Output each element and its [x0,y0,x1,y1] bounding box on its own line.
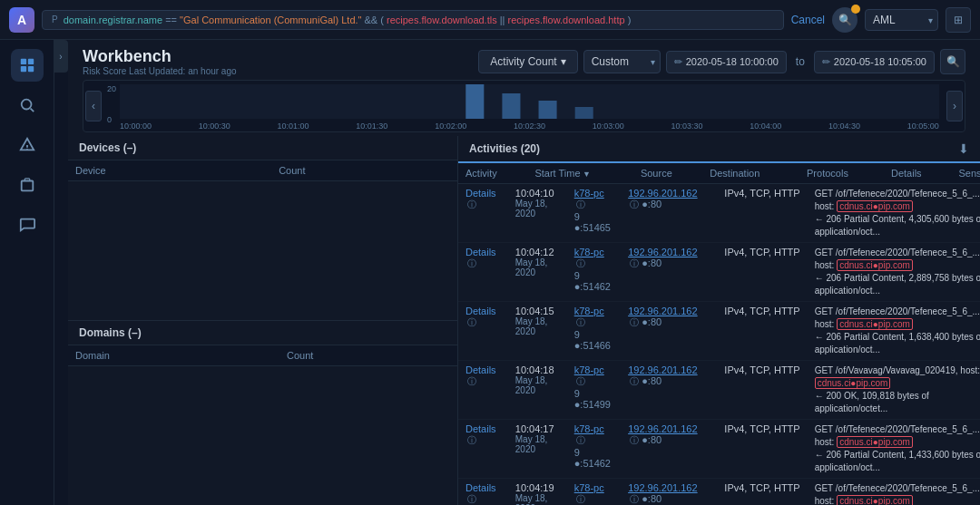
source-info-icon[interactable]: ⓘ [576,376,585,386]
info-icon[interactable]: ⓘ [467,199,476,209]
details-link[interactable]: Details [466,423,496,434]
dest-link[interactable]: 192.96.201.162 [628,306,697,316]
sidebar-item-messages[interactable] [11,209,44,241]
info-icon[interactable]: ⓘ [467,376,476,386]
svg-rect-0 [20,59,25,64]
cell-details: GET /of/Tefenece/2020/Tefenece_5_6_... h… [808,184,980,243]
cell-details: GET /of/Tefenece/2020/Tefenece_5_6_... h… [808,243,980,302]
details-link[interactable]: Details [466,247,496,257]
cell-protocols: IPv4, TCP, HTTP [717,302,807,361]
cell-activity: Details ⓘ [458,420,508,479]
notification-badge [851,5,860,14]
details-link[interactable]: Details [466,364,496,375]
cell-time: 10:04:18 May 18, 2020 [508,361,567,420]
details-link[interactable]: Details [466,482,496,493]
cancel-button[interactable]: Cancel [791,14,825,26]
svg-rect-10 [466,84,484,119]
query-type-icon: P [52,15,58,24]
chart-svg [120,84,939,119]
dest-info-icon[interactable]: ⓘ [630,317,639,327]
cell-source: k78-pc ⓘ 9 ●:51466 [567,302,621,361]
dest-info-icon[interactable]: ⓘ [630,376,639,386]
cell-details: GET /of/Tefenece/2020/Tefenece_5_6_... h… [808,302,980,361]
chart-next-button[interactable]: › [946,91,963,121]
workbench-search-button[interactable]: 🔍 [940,49,965,74]
workbench-header: Workbench Risk Score Last Updated: an ho… [68,40,980,80]
sidebar-toggle[interactable]: › [54,40,68,73]
cell-protocols: IPv4, TCP, HTTP [717,420,807,479]
mode-select[interactable]: AML Standard [865,9,938,31]
cell-dest: 192.96.201.162 ⓘ ●:80 [621,302,717,361]
dest-link[interactable]: 192.96.201.162 [628,482,697,493]
main-layout: › Workbench Risk Score Last Updated: an … [0,40,980,505]
svg-rect-9 [120,84,939,119]
dest-info-icon[interactable]: ⓘ [630,494,639,504]
col-start-time: Start Time [527,163,633,184]
cell-dest: 192.96.201.162 ⓘ ●:80 [621,479,717,506]
source-link[interactable]: k78-pc [574,482,604,493]
top-bar: A P domain.registrar.name == "Gal Commun… [0,0,980,40]
activities-table-header-wrap: Activity Start Time Source Destination P… [458,163,980,184]
dest-link[interactable]: 192.96.201.162 [628,364,697,375]
info-icon[interactable]: ⓘ [467,317,476,327]
dest-info-icon[interactable]: ⓘ [630,435,639,445]
source-link[interactable]: k78-pc [574,306,604,316]
info-icon[interactable]: ⓘ [467,435,476,445]
source-link[interactable]: k78-pc [574,423,604,434]
sidebar-item-workbench[interactable] [11,49,44,82]
tables-area: Devices (–) Device Count [68,136,980,505]
cell-time: 10:04:19 May 18, 2020 [508,479,567,506]
cell-activity: Details ⓘ [458,479,508,506]
cell-activity: Details ⓘ [458,184,508,243]
source-link[interactable]: k78-pc [574,364,604,375]
activities-scroll[interactable]: Details ⓘ 10:04:10 May 18, 2020 k78-pc ⓘ… [458,184,980,505]
source-info-icon[interactable]: ⓘ [576,258,585,268]
dest-link[interactable]: 192.96.201.162 [628,188,697,199]
date-to-input[interactable]: ✏ 2020-05-18 10:05:00 [814,51,935,73]
search-button[interactable]: 🔍 [832,7,858,33]
source-info-icon[interactable]: ⓘ [576,199,585,209]
dest-info-icon[interactable]: ⓘ [630,199,639,209]
svg-rect-12 [539,101,557,119]
download-button[interactable]: ⬇ [958,141,969,156]
dest-link[interactable]: 192.96.201.162 [628,423,697,434]
col-activity: Activity [458,163,527,184]
source-info-icon[interactable]: ⓘ [576,435,585,445]
table-row: Details ⓘ 10:04:10 May 18, 2020 k78-pc ⓘ… [458,184,980,243]
workbench-subtitle: Risk Score Last Updated: an hour ago [83,66,237,76]
source-info-icon[interactable]: ⓘ [576,317,585,327]
query-text: domain.registrar.name == "Gal Communicat… [64,15,632,25]
sidebar-item-search[interactable] [11,89,44,121]
dest-link[interactable]: 192.96.201.162 [628,247,697,257]
cell-source: k78-pc ⓘ 9 ●:51462 [567,420,621,479]
activity-count-button[interactable]: Activity Count ▾ [478,50,577,73]
cell-protocols: IPv4, TCP, HTTP [717,361,807,420]
info-icon[interactable]: ⓘ [467,258,476,268]
cell-protocols: IPv4, TCP, HTTP [717,479,807,506]
dest-info-icon[interactable]: ⓘ [630,258,639,268]
date-separator: to [796,55,805,68]
source-link[interactable]: k78-pc [574,247,604,257]
svg-point-7 [26,149,27,150]
svg-line-5 [30,109,34,112]
cell-source: k78-pc ⓘ 9 ●:51462 [567,243,621,302]
time-range-select[interactable]: CustomLast HourLast 24h [583,50,661,73]
source-info-icon[interactable]: ⓘ [576,494,585,504]
date-from-input[interactable]: ✏ 2020-05-18 10:00:00 [666,51,787,73]
cell-dest: 192.96.201.162 ⓘ ●:80 [621,361,717,420]
details-link[interactable]: Details [466,306,496,316]
chart-prev-button[interactable]: ‹ [85,91,102,121]
info-icon[interactable]: ⓘ [467,494,476,504]
devices-col-device: Device [68,160,271,181]
details-link[interactable]: Details [466,188,496,199]
activities-panel-header: Activities (20) ⬇ [458,136,980,163]
cell-time: 10:04:10 May 18, 2020 [508,184,567,243]
workbench-title: Workbench [83,47,237,66]
sidebar-item-alerts[interactable] [11,129,44,161]
devices-table: Device Count [68,160,457,181]
sidebar-item-cases[interactable] [11,169,44,201]
cell-time: 10:04:12 May 18, 2020 [508,243,567,302]
settings-button[interactable]: ⊞ [946,7,971,33]
source-link[interactable]: k78-pc [574,188,604,199]
table-row: Details ⓘ 10:04:12 May 18, 2020 k78-pc ⓘ… [458,243,980,302]
